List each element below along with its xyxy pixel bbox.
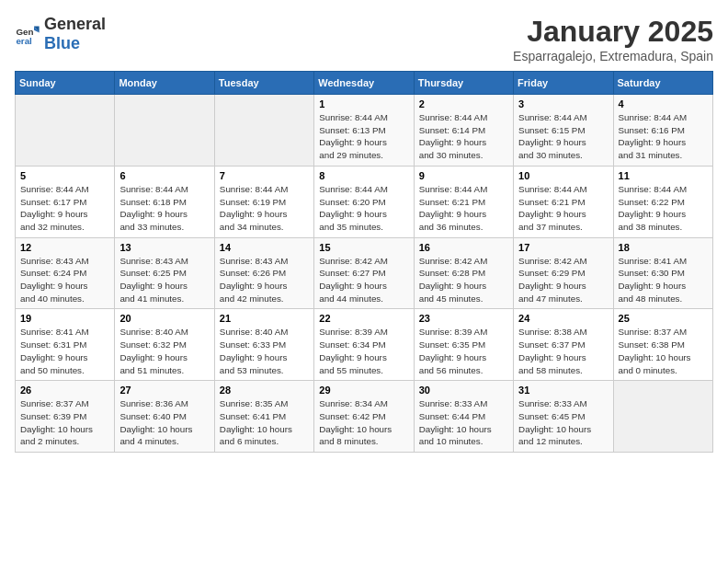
day-info: Sunrise: 8:43 AM Sunset: 6:26 PM Dayligh… [220, 255, 309, 305]
day-number: 2 [419, 98, 508, 109]
day-number: 5 [20, 170, 109, 181]
day-number: 19 [20, 313, 109, 324]
day-number: 13 [119, 242, 209, 253]
day-number: 6 [119, 170, 209, 181]
day-cell-25: 25Sunrise: 8:37 AM Sunset: 6:38 PM Dayli… [613, 309, 712, 381]
logo-wordmark: General Blue [44, 15, 106, 53]
day-cell-31: 31Sunrise: 8:33 AM Sunset: 6:45 PM Dayli… [514, 381, 613, 453]
day-cell-11: 11Sunrise: 8:44 AM Sunset: 6:22 PM Dayli… [613, 166, 712, 237]
day-info: Sunrise: 8:44 AM Sunset: 6:18 PM Dayligh… [119, 183, 209, 234]
col-header-saturday: Saturday [613, 72, 712, 95]
day-cell-17: 17Sunrise: 8:42 AM Sunset: 6:29 PM Dayli… [514, 237, 613, 309]
day-cell-24: 24Sunrise: 8:38 AM Sunset: 6:37 PM Dayli… [514, 309, 613, 381]
day-info: Sunrise: 8:44 AM Sunset: 6:15 PM Dayligh… [518, 111, 608, 162]
day-number: 23 [419, 313, 508, 324]
day-info: Sunrise: 8:41 AM Sunset: 6:30 PM Dayligh… [619, 255, 708, 305]
day-info: Sunrise: 8:40 AM Sunset: 6:32 PM Dayligh… [119, 326, 209, 376]
day-number: 21 [220, 313, 309, 324]
calendar-week-2: 5Sunrise: 8:44 AM Sunset: 6:17 PM Daylig… [16, 166, 713, 237]
day-cell-26: 26Sunrise: 8:37 AM Sunset: 6:39 PM Dayli… [16, 381, 115, 453]
day-number: 25 [619, 313, 708, 324]
col-header-wednesday: Wednesday [314, 72, 414, 95]
day-info: Sunrise: 8:43 AM Sunset: 6:25 PM Dayligh… [119, 255, 209, 305]
day-cell-14: 14Sunrise: 8:43 AM Sunset: 6:26 PM Dayli… [214, 237, 313, 309]
col-header-monday: Monday [115, 72, 214, 95]
day-number: 7 [220, 170, 309, 181]
day-number: 1 [319, 98, 408, 109]
empty-cell [16, 95, 115, 167]
day-number: 31 [518, 385, 608, 396]
day-cell-20: 20Sunrise: 8:40 AM Sunset: 6:32 PM Dayli… [115, 309, 214, 381]
day-cell-27: 27Sunrise: 8:36 AM Sunset: 6:40 PM Dayli… [115, 381, 214, 453]
calendar-week-3: 12Sunrise: 8:43 AM Sunset: 6:24 PM Dayli… [16, 237, 713, 309]
day-info: Sunrise: 8:33 AM Sunset: 6:45 PM Dayligh… [518, 397, 608, 448]
day-cell-13: 13Sunrise: 8:43 AM Sunset: 6:25 PM Dayli… [115, 237, 214, 309]
day-number: 9 [419, 170, 508, 181]
svg-text:eral: eral [16, 36, 32, 46]
day-info: Sunrise: 8:43 AM Sunset: 6:24 PM Dayligh… [20, 255, 109, 305]
day-cell-23: 23Sunrise: 8:39 AM Sunset: 6:35 PM Dayli… [414, 309, 513, 381]
day-cell-7: 7Sunrise: 8:44 AM Sunset: 6:19 PM Daylig… [214, 166, 313, 237]
day-cell-29: 29Sunrise: 8:34 AM Sunset: 6:42 PM Dayli… [314, 381, 414, 453]
logo: Gen eral General Blue [15, 15, 106, 53]
day-cell-30: 30Sunrise: 8:33 AM Sunset: 6:44 PM Dayli… [414, 381, 513, 453]
day-info: Sunrise: 8:39 AM Sunset: 6:34 PM Dayligh… [319, 326, 408, 376]
day-cell-22: 22Sunrise: 8:39 AM Sunset: 6:34 PM Dayli… [314, 309, 414, 381]
day-number: 20 [119, 313, 209, 324]
day-cell-18: 18Sunrise: 8:41 AM Sunset: 6:30 PM Dayli… [613, 237, 712, 309]
title-month: January 2025 [513, 15, 713, 49]
day-number: 18 [619, 242, 708, 253]
day-cell-19: 19Sunrise: 8:41 AM Sunset: 6:31 PM Dayli… [16, 309, 115, 381]
day-info: Sunrise: 8:41 AM Sunset: 6:31 PM Dayligh… [20, 326, 109, 376]
day-cell-6: 6Sunrise: 8:44 AM Sunset: 6:18 PM Daylig… [115, 166, 214, 237]
day-info: Sunrise: 8:44 AM Sunset: 6:21 PM Dayligh… [419, 183, 508, 234]
day-info: Sunrise: 8:40 AM Sunset: 6:33 PM Dayligh… [220, 326, 309, 376]
day-number: 14 [220, 242, 309, 253]
day-cell-10: 10Sunrise: 8:44 AM Sunset: 6:21 PM Dayli… [514, 166, 613, 237]
day-cell-21: 21Sunrise: 8:40 AM Sunset: 6:33 PM Dayli… [214, 309, 313, 381]
calendar-week-5: 26Sunrise: 8:37 AM Sunset: 6:39 PM Dayli… [16, 381, 713, 453]
title-location: Esparragalejo, Extremadura, Spain [513, 49, 713, 63]
day-number: 4 [619, 98, 708, 109]
day-cell-16: 16Sunrise: 8:42 AM Sunset: 6:28 PM Dayli… [414, 237, 513, 309]
day-number: 29 [319, 385, 408, 396]
day-cell-9: 9Sunrise: 8:44 AM Sunset: 6:21 PM Daylig… [414, 166, 513, 237]
day-number: 24 [518, 313, 608, 324]
day-info: Sunrise: 8:39 AM Sunset: 6:35 PM Dayligh… [419, 326, 508, 376]
day-number: 28 [220, 385, 309, 396]
empty-cell [214, 95, 313, 167]
day-cell-2: 2Sunrise: 8:44 AM Sunset: 6:14 PM Daylig… [414, 95, 513, 167]
day-info: Sunrise: 8:42 AM Sunset: 6:28 PM Dayligh… [419, 255, 508, 305]
day-number: 10 [518, 170, 608, 181]
day-info: Sunrise: 8:37 AM Sunset: 6:39 PM Dayligh… [20, 397, 109, 448]
calendar-header-row: SundayMondayTuesdayWednesdayThursdayFrid… [16, 72, 713, 95]
day-info: Sunrise: 8:37 AM Sunset: 6:38 PM Dayligh… [619, 326, 708, 376]
empty-cell [613, 381, 712, 453]
empty-cell [115, 95, 214, 167]
day-info: Sunrise: 8:44 AM Sunset: 6:17 PM Dayligh… [20, 183, 109, 234]
col-header-thursday: Thursday [414, 72, 513, 95]
day-info: Sunrise: 8:44 AM Sunset: 6:20 PM Dayligh… [319, 183, 408, 234]
col-header-sunday: Sunday [16, 72, 115, 95]
day-cell-5: 5Sunrise: 8:44 AM Sunset: 6:17 PM Daylig… [16, 166, 115, 237]
calendar: SundayMondayTuesdayWednesdayThursdayFrid… [15, 71, 713, 453]
day-info: Sunrise: 8:33 AM Sunset: 6:44 PM Dayligh… [419, 397, 508, 448]
day-number: 30 [419, 385, 508, 396]
day-cell-15: 15Sunrise: 8:42 AM Sunset: 6:27 PM Dayli… [314, 237, 414, 309]
header: Gen eral General Blue January 2025 Espar… [15, 15, 713, 63]
day-cell-3: 3Sunrise: 8:44 AM Sunset: 6:15 PM Daylig… [514, 95, 613, 167]
day-info: Sunrise: 8:44 AM Sunset: 6:22 PM Dayligh… [619, 183, 708, 234]
day-number: 8 [319, 170, 408, 181]
day-number: 15 [319, 242, 408, 253]
logo-text-blue: Blue [44, 34, 80, 52]
logo-icon: Gen eral [15, 21, 40, 47]
day-info: Sunrise: 8:36 AM Sunset: 6:40 PM Dayligh… [119, 397, 209, 448]
day-number: 26 [20, 385, 109, 396]
day-number: 3 [518, 98, 608, 109]
day-number: 16 [419, 242, 508, 253]
day-cell-4: 4Sunrise: 8:44 AM Sunset: 6:16 PM Daylig… [613, 95, 712, 167]
day-info: Sunrise: 8:44 AM Sunset: 6:19 PM Dayligh… [220, 183, 309, 234]
day-info: Sunrise: 8:44 AM Sunset: 6:13 PM Dayligh… [319, 111, 408, 162]
day-number: 22 [319, 313, 408, 324]
day-info: Sunrise: 8:34 AM Sunset: 6:42 PM Dayligh… [319, 397, 408, 448]
